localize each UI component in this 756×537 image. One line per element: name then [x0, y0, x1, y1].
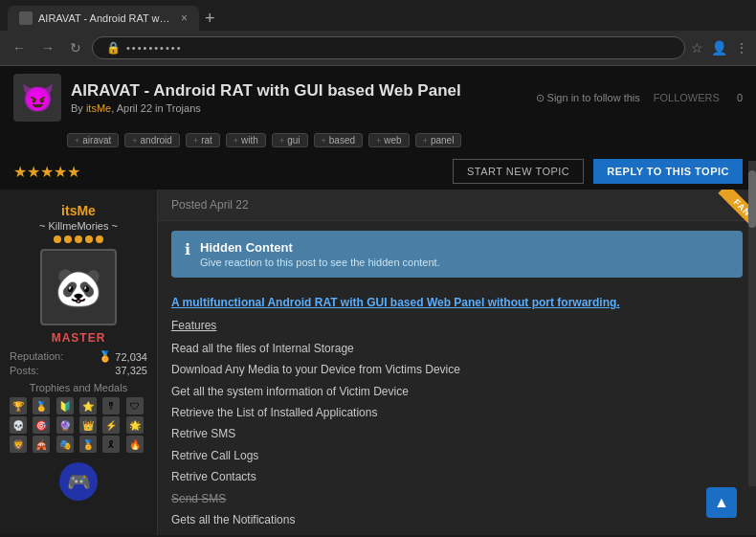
nav-bar: ← → ↻ 🔒 •••••••••• ☆ 👤 ⋮: [0, 31, 756, 65]
tag-android[interactable]: android: [124, 133, 180, 147]
reputation-row: Reputation: 🏅 72,034: [10, 350, 147, 363]
tag-based[interactable]: based: [314, 133, 364, 147]
feature-5: Retrive SMS: [171, 423, 743, 444]
trophy-7: 💀: [10, 416, 27, 434]
follow-area: ⊙ Sign in to follow this FOLLOWERS 0: [536, 92, 743, 104]
feature-9: Gets all the Notifications: [171, 509, 743, 530]
trophy-2: 🥇: [33, 397, 50, 414]
trophy-9: 🔮: [56, 416, 74, 434]
user-badge: MASTER: [10, 331, 147, 345]
nav-icons: ☆ 👤 ⋮: [691, 40, 748, 56]
followers-label: FOLLOWERS: [654, 92, 720, 103]
content-area: itsMe ~ KillmeMories ~ 🐼 MASTER Reputati…: [0, 190, 756, 535]
start-new-topic-button[interactable]: START NEW TOPIC: [453, 159, 584, 184]
features-list: Read all the files of Internal Storage D…: [171, 338, 743, 535]
scrollbar[interactable]: [748, 161, 756, 486]
post-body: A multifunctional Android RAT with GUI b…: [158, 287, 756, 535]
hidden-content-title: Hidden Content: [200, 240, 440, 255]
trophy-1: 🏆: [10, 397, 27, 414]
sign-in-follow[interactable]: ⊙ Sign in to follow this: [536, 92, 640, 104]
tag-rat[interactable]: rat: [186, 133, 220, 147]
rank-dot-4: [85, 235, 93, 243]
hidden-content-text: Hidden Content Give reaction to this pos…: [200, 240, 440, 268]
rating-stars: ★★★★★: [13, 163, 80, 181]
tab-bar: AIRAVAT - Android RAT with GUI... × +: [0, 0, 756, 31]
address-bar[interactable]: 🔒 ••••••••••: [92, 36, 685, 59]
rank-dot-1: [54, 235, 61, 243]
posts-value: 37,325: [115, 365, 147, 376]
avatar: 🐼: [40, 249, 117, 325]
header-sub: By itsMe, April 22 in Trojans: [71, 102, 526, 114]
posts-label: Posts:: [10, 365, 39, 376]
page-title: AIRAVAT - Android RAT with GUI based Web…: [71, 81, 526, 101]
post-area: FAN Posted April 22 ⇧ ℹ Hidden Content G…: [158, 190, 756, 535]
reload-button[interactable]: ↻: [65, 38, 86, 57]
feature-6: Retrive Call Logs: [171, 445, 743, 466]
post-date: April 22: [117, 102, 152, 114]
reputation-icon: 🏅: [99, 350, 112, 363]
trophy-15: 🎭: [56, 436, 74, 453]
user-bottom-avatar: 🎮: [59, 462, 98, 501]
scrollbar-thumb[interactable]: [748, 170, 756, 228]
address-text: ••••••••••: [126, 42, 183, 54]
tag-with[interactable]: with: [226, 133, 266, 147]
tag-airavat[interactable]: airavat: [67, 133, 119, 147]
action-buttons: START NEW TOPIC REPLY TO THIS TOPIC: [453, 159, 743, 184]
topic-logo: 😈: [13, 74, 61, 122]
reply-to-topic-button[interactable]: REPLY TO THIS TOPIC: [593, 159, 743, 184]
logo-icon: 😈: [21, 82, 55, 114]
feature-2: Download Any Media to your Device from V…: [171, 359, 743, 380]
tab-favicon: [19, 11, 33, 25]
menu-icon[interactable]: ⋮: [735, 40, 748, 56]
tags-bar: airavat android rat with gui based web p…: [0, 129, 756, 155]
back-to-top-button[interactable]: ▲: [706, 487, 737, 518]
rank-dot-5: [96, 235, 103, 243]
tag-gui[interactable]: gui: [272, 133, 308, 147]
reputation-value: 🏅 72,034: [99, 350, 147, 363]
user-panel: itsMe ~ KillmeMories ~ 🐼 MASTER Reputati…: [0, 190, 158, 535]
username[interactable]: itsMe: [10, 203, 147, 218]
trophy-4: ⭐: [79, 397, 97, 414]
forward-button[interactable]: →: [36, 38, 59, 57]
hidden-content-box: ℹ Hidden Content Give reaction to this p…: [171, 231, 743, 278]
trophy-8: 🎯: [33, 416, 50, 434]
back-button[interactable]: ←: [8, 38, 31, 57]
post-header: Posted April 22 ⇧: [158, 190, 756, 221]
feature-1: Read all the files of Internal Storage: [171, 338, 743, 359]
header-info: AIRAVAT - Android RAT with GUI based Web…: [71, 81, 526, 114]
followers-count: 0: [737, 92, 743, 103]
category-label: in: [155, 102, 166, 114]
category: Trojans: [166, 102, 200, 114]
author-link[interactable]: itsMe: [86, 102, 111, 114]
posted-date: Posted April 22: [171, 198, 249, 212]
feature-7: Retrive Contacts: [171, 466, 743, 487]
trophy-12: 🌟: [126, 416, 144, 434]
active-tab[interactable]: AIRAVAT - Android RAT with GUI... ×: [8, 6, 199, 31]
tab-close-button[interactable]: ×: [181, 11, 188, 25]
feature-4: Retrieve the List of Installed Applicati…: [171, 402, 743, 423]
trophy-16: 🏅: [79, 436, 97, 453]
secure-icon: 🔒: [106, 41, 121, 55]
trophy-10: 👑: [79, 416, 97, 434]
stars-bar: ★★★★★ START NEW TOPIC REPLY TO THIS TOPI…: [0, 155, 756, 190]
bookmark-icon[interactable]: ☆: [691, 40, 703, 56]
trophies-grid: 🏆 🥇 🔰 ⭐ 🎖 🛡 💀 🎯 🔮 👑 ⚡ 🌟 🦁 🎪 🎭 🏅 🎗 🔥: [10, 397, 147, 453]
rank-dot-3: [75, 235, 82, 243]
user-title: ~ KillmeMories ~: [10, 220, 147, 232]
rank-dots: [10, 235, 147, 243]
trophy-18: 🔥: [126, 436, 144, 453]
tag-panel[interactable]: panel: [415, 133, 462, 147]
post-link[interactable]: A multifunctional Android RAT with GUI b…: [171, 293, 743, 312]
tab-title: AIRAVAT - Android RAT with GUI...: [38, 12, 171, 24]
reputation-label: Reputation:: [10, 350, 63, 363]
trophy-6: 🛡: [126, 397, 144, 414]
tag-web[interactable]: web: [368, 133, 410, 147]
trophy-5: 🎖: [102, 397, 120, 414]
trophies-title: Trophies and Medals: [10, 382, 147, 393]
info-icon: ℹ: [185, 240, 190, 258]
profile-icon[interactable]: 👤: [711, 40, 727, 56]
new-tab-button[interactable]: +: [205, 9, 215, 29]
trophy-13: 🦁: [10, 436, 27, 453]
hidden-content-sub: Give reaction to this post to see the hi…: [200, 257, 440, 268]
feature-8: Send SMS: [171, 488, 743, 509]
